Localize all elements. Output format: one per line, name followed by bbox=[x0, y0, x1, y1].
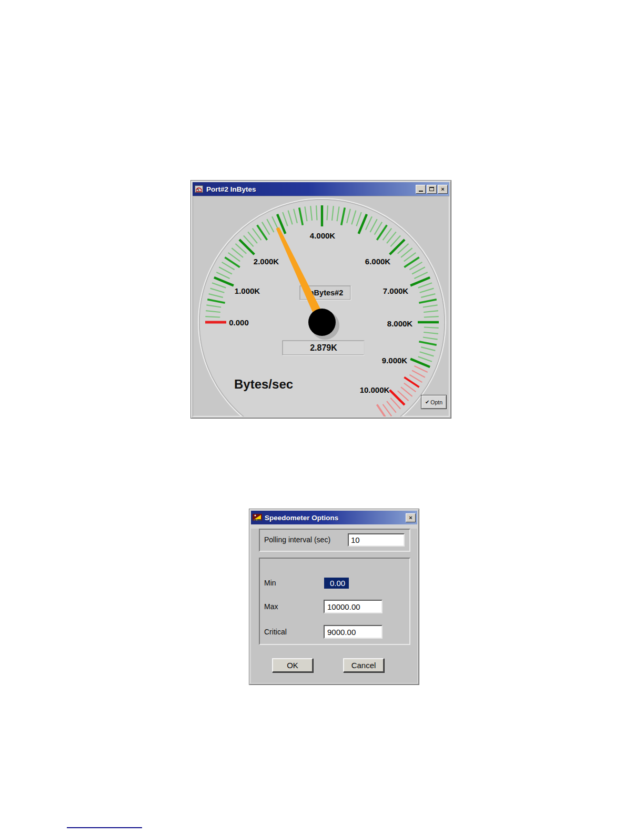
gauge-tick bbox=[424, 327, 439, 328]
gauge-tick bbox=[316, 205, 317, 220]
gauge-tick-label: 10.000K bbox=[360, 385, 390, 394]
gauge-tick-label: 4.000K bbox=[310, 231, 336, 240]
polling-interval-label: Polling interval (sec) bbox=[264, 535, 330, 544]
minimize-button[interactable] bbox=[416, 185, 426, 194]
gauge-tick-label: 8.000K bbox=[387, 319, 413, 328]
gauge-hub bbox=[308, 309, 336, 336]
options-dialog-titlebar[interactable]: Speedometer Options × bbox=[251, 511, 417, 524]
minimize-icon bbox=[419, 191, 423, 192]
gauge-value-box: 2.879K bbox=[283, 341, 364, 355]
cancel-button[interactable]: Cancel bbox=[343, 658, 384, 672]
gauge-tick-label: 2.000K bbox=[254, 257, 279, 266]
gauge-window: Port#2 InBytes × 0.0001.000K2.000K4.000K… bbox=[190, 180, 451, 419]
maximize-icon bbox=[429, 187, 434, 191]
polling-interval-input[interactable] bbox=[348, 533, 405, 547]
speedometer-icon bbox=[252, 513, 263, 522]
dialog-button-row: OK Cancel bbox=[259, 658, 410, 672]
limits-panel: Min 0.00 Max Critical bbox=[259, 558, 410, 645]
gauge-window-controls: × bbox=[416, 185, 448, 194]
max-input[interactable] bbox=[324, 600, 383, 613]
gauge-window-icon bbox=[194, 184, 204, 194]
dialog-close-button[interactable]: × bbox=[406, 513, 416, 522]
gauge-tick-label: 7.000K bbox=[383, 286, 409, 295]
gauge-tick-label: 6.000K bbox=[365, 257, 391, 266]
gauge-client-area: 0.0001.000K2.000K4.000K6.000K7.000K8.000… bbox=[193, 196, 449, 416]
footnote-rule bbox=[67, 827, 142, 828]
close-button[interactable]: × bbox=[438, 185, 448, 194]
gauge-value-label: 2.879K bbox=[310, 343, 337, 352]
min-label: Min bbox=[264, 579, 276, 587]
gauge-unit-label: Bytes/sec bbox=[234, 377, 293, 391]
maximize-button[interactable] bbox=[427, 185, 437, 194]
critical-label: Critical bbox=[264, 628, 287, 636]
gauge-window-title: Port#2 InBytes bbox=[206, 185, 416, 193]
gauge-tick-label: 9.000K bbox=[382, 356, 408, 365]
options-dialog-controls: × bbox=[406, 513, 416, 522]
options-button[interactable]: ✔ Optn bbox=[421, 395, 447, 409]
speedometer-gauge: 0.0001.000K2.000K4.000K6.000K7.000K8.000… bbox=[193, 196, 449, 416]
ok-button[interactable]: OK bbox=[272, 658, 313, 672]
gauge-tick-label: 1.000K bbox=[235, 286, 260, 295]
gauge-window-titlebar[interactable]: Port#2 InBytes × bbox=[193, 182, 449, 196]
gauge-tick bbox=[327, 205, 328, 220]
max-label: Max bbox=[264, 602, 278, 611]
min-value-selected-text: 0.00 bbox=[324, 578, 349, 589]
gauge-tick bbox=[205, 316, 220, 317]
gauge-tick-label: 0.000 bbox=[229, 318, 249, 327]
critical-input[interactable] bbox=[324, 625, 383, 639]
options-button-label: Optn bbox=[430, 399, 442, 405]
options-dialog-title: Speedometer Options bbox=[265, 514, 406, 522]
polling-panel: Polling interval (sec) bbox=[259, 529, 410, 552]
check-icon: ✔ bbox=[425, 400, 429, 405]
options-dialog: Speedometer Options × Polling interval (… bbox=[249, 509, 419, 685]
options-dialog-body: Polling interval (sec) Min 0.00 Max Crit… bbox=[251, 529, 417, 683]
min-input[interactable]: 0.00 bbox=[324, 576, 383, 590]
page-background: Port#2 InBytes × 0.0001.000K2.000K4.000K… bbox=[0, 0, 644, 834]
gauge-tick bbox=[424, 316, 439, 317]
